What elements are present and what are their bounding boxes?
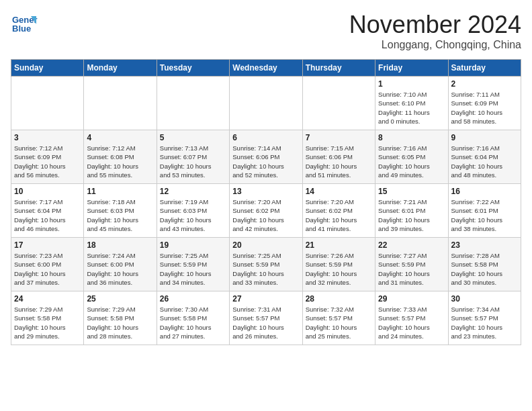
svg-text:Blue: Blue [12,24,31,34]
day-number: 7 [306,133,372,142]
calendar-day-cell: 22Sunrise: 7:27 AM Sunset: 5:59 PM Dayli… [375,238,448,291]
calendar-day-cell: 19Sunrise: 7:25 AM Sunset: 5:59 PM Dayli… [157,238,229,291]
day-info: Sunrise: 7:23 AM Sunset: 6:00 PM Dayligh… [14,251,81,287]
day-number: 2 [451,79,518,89]
calendar-day-cell [157,77,229,130]
day-info: Sunrise: 7:12 AM Sunset: 6:08 PM Dayligh… [87,144,153,179]
calendar-day-cell: 23Sunrise: 7:28 AM Sunset: 5:58 PM Dayli… [448,238,521,291]
day-number: 18 [87,240,153,250]
calendar-day-cell: 25Sunrise: 7:29 AM Sunset: 5:58 PM Dayli… [84,291,157,345]
day-number: 12 [160,187,226,196]
location: Longgang, Chongqing, China [349,39,521,51]
day-number: 29 [378,294,445,304]
day-info: Sunrise: 7:15 AM Sunset: 6:06 PM Dayligh… [306,144,372,179]
day-number: 9 [451,133,518,142]
day-info: Sunrise: 7:28 AM Sunset: 5:58 PM Dayligh… [451,251,518,287]
calendar-day-cell: 14Sunrise: 7:20 AM Sunset: 6:02 PM Dayli… [302,184,375,238]
logo: General Blue [11,11,38,38]
calendar-day-cell [84,77,157,130]
day-info: Sunrise: 7:17 AM Sunset: 6:04 PM Dayligh… [14,197,81,233]
day-number: 30 [451,294,518,304]
calendar-day-cell: 12Sunrise: 7:19 AM Sunset: 6:03 PM Dayli… [157,184,229,238]
day-number: 17 [14,240,81,250]
day-info: Sunrise: 7:14 AM Sunset: 6:06 PM Dayligh… [232,144,299,179]
day-info: Sunrise: 7:31 AM Sunset: 5:57 PM Dayligh… [232,305,299,340]
calendar-week-row: 17Sunrise: 7:23 AM Sunset: 6:00 PM Dayli… [11,238,521,291]
weekday-header: Tuesday [157,60,229,77]
weekday-header: Sunday [11,60,84,77]
calendar-day-cell: 27Sunrise: 7:31 AM Sunset: 5:57 PM Dayli… [230,291,302,345]
day-number: 15 [378,187,445,196]
calendar-day-cell: 24Sunrise: 7:29 AM Sunset: 5:58 PM Dayli… [11,291,84,345]
day-number: 6 [232,133,299,142]
calendar-day-cell: 28Sunrise: 7:32 AM Sunset: 5:57 PM Dayli… [302,291,375,345]
calendar-day-cell: 20Sunrise: 7:25 AM Sunset: 5:59 PM Dayli… [230,238,302,291]
day-info: Sunrise: 7:22 AM Sunset: 6:01 PM Dayligh… [451,197,518,233]
calendar-day-cell: 26Sunrise: 7:30 AM Sunset: 5:58 PM Dayli… [157,291,229,345]
calendar-day-cell: 15Sunrise: 7:21 AM Sunset: 6:01 PM Dayli… [375,184,448,238]
day-number: 10 [14,187,81,196]
calendar-day-cell: 17Sunrise: 7:23 AM Sunset: 6:00 PM Dayli… [11,238,84,291]
day-number: 24 [14,294,81,304]
day-number: 13 [232,187,299,196]
day-info: Sunrise: 7:13 AM Sunset: 6:07 PM Dayligh… [160,144,226,179]
calendar-day-cell: 18Sunrise: 7:24 AM Sunset: 6:00 PM Dayli… [84,238,157,291]
day-info: Sunrise: 7:25 AM Sunset: 5:59 PM Dayligh… [232,251,299,287]
day-info: Sunrise: 7:12 AM Sunset: 6:09 PM Dayligh… [14,144,81,179]
weekday-header-row: SundayMondayTuesdayWednesdayThursdayFrid… [11,60,521,77]
calendar-day-cell: 3Sunrise: 7:12 AM Sunset: 6:09 PM Daylig… [11,130,84,184]
calendar-day-cell: 7Sunrise: 7:15 AM Sunset: 6:06 PM Daylig… [302,130,375,184]
day-info: Sunrise: 7:34 AM Sunset: 5:57 PM Dayligh… [451,305,518,340]
calendar-week-row: 1Sunrise: 7:10 AM Sunset: 6:10 PM Daylig… [11,77,521,130]
calendar-table: SundayMondayTuesdayWednesdayThursdayFrid… [11,59,521,345]
day-info: Sunrise: 7:26 AM Sunset: 5:59 PM Dayligh… [306,251,372,287]
calendar-day-cell: 10Sunrise: 7:17 AM Sunset: 6:04 PM Dayli… [11,184,84,238]
calendar-day-cell: 11Sunrise: 7:18 AM Sunset: 6:03 PM Dayli… [84,184,157,238]
day-number: 25 [87,294,153,304]
day-info: Sunrise: 7:27 AM Sunset: 5:59 PM Dayligh… [378,251,445,287]
title-block: November 2024 Longgang, Chongqing, China [349,11,521,51]
calendar-day-cell: 21Sunrise: 7:26 AM Sunset: 5:59 PM Dayli… [302,238,375,291]
day-number: 11 [87,187,153,196]
day-info: Sunrise: 7:10 AM Sunset: 6:10 PM Dayligh… [378,90,445,126]
calendar-day-cell: 16Sunrise: 7:22 AM Sunset: 6:01 PM Dayli… [448,184,521,238]
weekday-header: Wednesday [230,60,302,77]
calendar-day-cell [230,77,302,130]
weekday-header: Saturday [448,60,521,77]
page-header: General Blue November 2024 Longgang, Cho… [11,11,521,51]
day-info: Sunrise: 7:19 AM Sunset: 6:03 PM Dayligh… [160,197,226,233]
calendar-body: 1Sunrise: 7:10 AM Sunset: 6:10 PM Daylig… [11,77,521,345]
calendar-day-cell: 13Sunrise: 7:20 AM Sunset: 6:02 PM Dayli… [230,184,302,238]
calendar-week-row: 3Sunrise: 7:12 AM Sunset: 6:09 PM Daylig… [11,130,521,184]
day-info: Sunrise: 7:16 AM Sunset: 6:05 PM Dayligh… [378,144,445,179]
day-info: Sunrise: 7:24 AM Sunset: 6:00 PM Dayligh… [87,251,153,287]
day-number: 19 [160,240,226,250]
calendar-day-cell [11,77,84,130]
logo-icon: General Blue [11,11,38,38]
day-info: Sunrise: 7:16 AM Sunset: 6:04 PM Dayligh… [451,144,518,179]
day-number: 21 [306,240,372,250]
day-info: Sunrise: 7:18 AM Sunset: 6:03 PM Dayligh… [87,197,153,233]
calendar-day-cell: 8Sunrise: 7:16 AM Sunset: 6:05 PM Daylig… [375,130,448,184]
day-info: Sunrise: 7:29 AM Sunset: 5:58 PM Dayligh… [14,305,81,340]
calendar-day-cell: 1Sunrise: 7:10 AM Sunset: 6:10 PM Daylig… [375,77,448,130]
day-number: 16 [451,187,518,196]
day-number: 26 [160,294,226,304]
calendar-day-cell: 9Sunrise: 7:16 AM Sunset: 6:04 PM Daylig… [448,130,521,184]
day-number: 5 [160,133,226,142]
calendar-day-cell: 29Sunrise: 7:33 AM Sunset: 5:57 PM Dayli… [375,291,448,345]
weekday-header: Friday [375,60,448,77]
calendar-header: SundayMondayTuesdayWednesdayThursdayFrid… [11,60,521,77]
day-number: 8 [378,133,445,142]
day-info: Sunrise: 7:25 AM Sunset: 5:59 PM Dayligh… [160,251,226,287]
day-info: Sunrise: 7:21 AM Sunset: 6:01 PM Dayligh… [378,197,445,233]
calendar-day-cell: 4Sunrise: 7:12 AM Sunset: 6:08 PM Daylig… [84,130,157,184]
day-info: Sunrise: 7:30 AM Sunset: 5:58 PM Dayligh… [160,305,226,340]
day-info: Sunrise: 7:11 AM Sunset: 6:09 PM Dayligh… [451,90,518,126]
day-info: Sunrise: 7:20 AM Sunset: 6:02 PM Dayligh… [232,197,299,233]
day-info: Sunrise: 7:29 AM Sunset: 5:58 PM Dayligh… [87,305,153,340]
calendar-day-cell: 30Sunrise: 7:34 AM Sunset: 5:57 PM Dayli… [448,291,521,345]
calendar-day-cell [302,77,375,130]
month-title: November 2024 [349,11,521,39]
calendar-week-row: 10Sunrise: 7:17 AM Sunset: 6:04 PM Dayli… [11,184,521,238]
